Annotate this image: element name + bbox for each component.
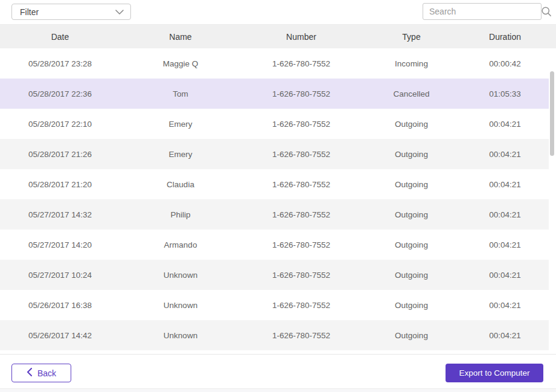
cell-number: 1-626-780-7552 xyxy=(241,120,362,129)
cell-date: 05/27/2017 10:24 xyxy=(0,271,120,280)
table-row[interactable]: 05/27/2017 10:24 Unknown 1-626-780-7552 … xyxy=(0,260,549,290)
cell-number: 1-626-780-7552 xyxy=(241,331,362,340)
filter-dropdown-label: Filter xyxy=(20,7,39,17)
cell-type: Cancelled xyxy=(362,89,461,98)
search-input[interactable] xyxy=(423,4,541,19)
cell-name: Unknown xyxy=(120,271,241,280)
call-log-window: Filter Date Name Number Type Duration 05… xyxy=(0,0,556,392)
cell-duration: 00:04:21 xyxy=(461,331,549,340)
cell-number: 1-626-780-7552 xyxy=(241,150,362,159)
cell-number: 1-626-780-7552 xyxy=(241,210,362,219)
cell-duration: 00:04:21 xyxy=(461,210,549,219)
search-icon[interactable] xyxy=(541,6,552,17)
cell-date: 05/26/2017 14:42 xyxy=(0,331,120,340)
cell-name: Unknown xyxy=(120,331,241,340)
cell-type: Outgoing xyxy=(362,331,461,340)
table-body: 05/28/2017 23:28 Maggie Q 1-626-780-7552… xyxy=(0,48,556,355)
column-header-number: Number xyxy=(241,32,362,42)
column-header-name: Name xyxy=(120,32,241,42)
cell-name: Emery xyxy=(120,120,241,129)
cell-number: 1-626-780-7552 xyxy=(241,301,362,310)
cell-date: 05/28/2017 21:26 xyxy=(0,150,120,159)
table-header: Date Name Number Type Duration xyxy=(0,24,556,48)
cell-type: Outgoing xyxy=(362,180,461,189)
cell-duration: 00:04:21 xyxy=(461,271,549,280)
cell-duration: 00:04:21 xyxy=(461,301,549,310)
cell-type: Outgoing xyxy=(362,150,461,159)
cell-date: 05/26/2017 16:38 xyxy=(0,301,120,310)
cell-type: Outgoing xyxy=(362,240,461,249)
back-button-label: Back xyxy=(37,368,56,378)
cell-name: Philip xyxy=(120,210,241,219)
search-box xyxy=(423,3,542,20)
cell-duration: 00:04:21 xyxy=(461,150,549,159)
cell-number: 1-626-780-7552 xyxy=(241,240,362,249)
cell-date: 05/27/2017 14:32 xyxy=(0,210,120,219)
column-header-type: Type xyxy=(362,32,461,42)
cell-number: 1-626-780-7552 xyxy=(241,271,362,280)
table-row[interactable]: 05/27/2017 14:32 Philip 1-626-780-7552 O… xyxy=(0,199,549,230)
cell-name: Emery xyxy=(120,150,241,159)
table-row[interactable]: 05/28/2017 21:20 Claudia 1-626-780-7552 … xyxy=(0,169,549,199)
footer-bar: Back Export to Computer xyxy=(0,355,556,388)
back-button[interactable]: Back xyxy=(11,364,71,382)
cell-name: Tom xyxy=(120,89,241,98)
export-button-label: Export to Computer xyxy=(459,368,529,378)
cell-duration: 01:05:33 xyxy=(461,89,549,98)
cell-duration: 00:00:42 xyxy=(461,59,549,68)
export-to-computer-button[interactable]: Export to Computer xyxy=(446,364,543,382)
table-row[interactable]: 05/28/2017 21:26 Emery 1-626-780-7552 Ou… xyxy=(0,139,549,169)
table-row[interactable]: 05/27/2017 14:20 Armando 1-626-780-7552 … xyxy=(0,230,549,260)
cell-duration: 00:04:21 xyxy=(461,240,549,249)
cell-number: 1-626-780-7552 xyxy=(241,180,362,189)
table-row[interactable]: 05/28/2017 22:36 Tom 1-626-780-7552 Canc… xyxy=(0,79,549,109)
cell-name: Maggie Q xyxy=(120,59,241,68)
column-header-duration: Duration xyxy=(461,32,549,42)
table-row[interactable]: 05/28/2017 23:28 Maggie Q 1-626-780-7552… xyxy=(0,48,549,79)
cell-duration: 00:04:21 xyxy=(461,180,549,189)
toolbar: Filter xyxy=(0,0,556,24)
cell-name: Armando xyxy=(120,240,241,249)
cell-number: 1-626-780-7552 xyxy=(241,89,362,98)
vertical-scrollbar-thumb[interactable] xyxy=(550,71,554,156)
cell-type: Outgoing xyxy=(362,271,461,280)
window-bottom-edge xyxy=(0,388,556,392)
cell-type: Outgoing xyxy=(362,120,461,129)
cell-number: 1-626-780-7552 xyxy=(241,59,362,68)
cell-date: 05/28/2017 22:36 xyxy=(0,89,120,98)
table-row[interactable]: 05/28/2017 22:10 Emery 1-626-780-7552 Ou… xyxy=(0,109,549,139)
chevron-left-icon xyxy=(27,368,32,378)
cell-date: 05/28/2017 22:10 xyxy=(0,120,120,129)
chevron-down-icon xyxy=(115,7,124,17)
table-row[interactable]: 05/26/2017 14:42 Unknown 1-626-780-7552 … xyxy=(0,320,549,350)
filter-dropdown[interactable]: Filter xyxy=(11,4,131,20)
cell-name: Unknown xyxy=(120,301,241,310)
cell-name: Claudia xyxy=(120,180,241,189)
cell-date: 05/28/2017 23:28 xyxy=(0,59,120,68)
cell-type: Incoming xyxy=(362,59,461,68)
column-header-date: Date xyxy=(0,32,120,42)
cell-date: 05/28/2017 21:20 xyxy=(0,180,120,189)
cell-duration: 00:04:21 xyxy=(461,120,549,129)
cell-type: Outgoing xyxy=(362,301,461,310)
cell-type: Outgoing xyxy=(362,210,461,219)
table-row[interactable]: 05/26/2017 16:38 Unknown 1-626-780-7552 … xyxy=(0,290,549,320)
cell-date: 05/27/2017 14:20 xyxy=(0,240,120,249)
